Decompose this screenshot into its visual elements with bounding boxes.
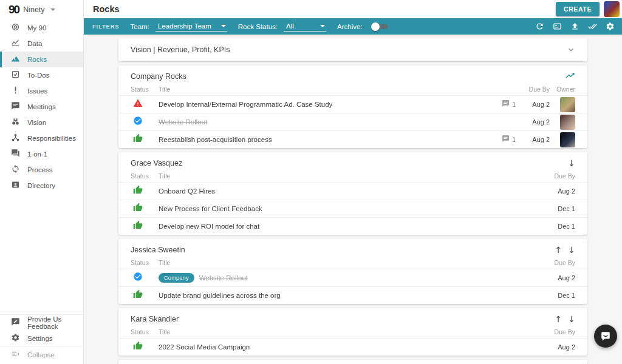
trending-up-icon[interactable]: [565, 70, 575, 83]
rock-row[interactable]: New Process for Client FeedbackDec 1: [118, 200, 587, 217]
brand[interactable]: 90 Ninety: [0, 0, 83, 18]
section-title: Grace Vasquez: [131, 159, 182, 167]
thumbs-up-icon[interactable]: [131, 220, 143, 232]
sidebar-item-label: Vision: [27, 119, 46, 126]
warning-triangle-icon[interactable]: [131, 98, 143, 110]
archive-toggle[interactable]: [371, 22, 389, 31]
refresh-button[interactable]: [533, 21, 545, 33]
column-title: Title: [159, 328, 541, 335]
check-circle-icon[interactable]: [131, 116, 143, 128]
comment-icon: [502, 134, 510, 145]
sidebar: 90 Ninety My 90DataRocksTo-DosIssuesMeet…: [0, 0, 84, 364]
column-status: Status: [131, 172, 159, 180]
sidebar-item-issues[interactable]: Issues: [0, 83, 83, 99]
vision-card-title: Vision | Revenue, Profit, KPIs: [131, 46, 230, 54]
rock-title-cell: Develop new ROI model for chat: [159, 223, 521, 230]
sidebar-item-meetings[interactable]: Meetings: [0, 99, 83, 115]
owner-avatar[interactable]: [560, 132, 575, 147]
sidebar-item-to-dos[interactable]: To-Dos: [0, 67, 83, 83]
mountain-icon: [11, 54, 20, 66]
status-cell: [131, 203, 159, 215]
column-owner: Owner: [550, 86, 575, 93]
rock-title: Website Rollout: [159, 118, 207, 126]
rock-row[interactable]: Reestablish post-acquisition process1Aug…: [118, 130, 587, 148]
comment-cell[interactable]: 1: [495, 99, 516, 110]
brand-name: Ninety: [23, 5, 44, 14]
rock-title: New Process for Client Feedback: [159, 205, 262, 212]
gear-button[interactable]: [604, 21, 616, 33]
section-controls: [565, 70, 575, 83]
rock-status-select[interactable]: All: [284, 22, 326, 32]
rock-row[interactable]: CompanyWebsite RolloutAug 2: [118, 269, 587, 286]
chevron-down-icon: [320, 25, 325, 27]
rock-title-cell: Onboard Q2 Hires: [159, 187, 521, 195]
sidebar-item-label: Responsibilities: [27, 135, 76, 142]
rock-row[interactable]: Onboard Q2 HiresAug 2: [118, 182, 587, 200]
sidebar-item-my-90[interactable]: My 90: [0, 20, 83, 36]
rock-row[interactable]: 2022 Social Media CampaignAug 2: [118, 338, 587, 356]
chevron-down-icon[interactable]: [567, 46, 575, 54]
double-check-button[interactable]: [586, 21, 598, 33]
thumbs-up-icon[interactable]: [131, 133, 143, 146]
thumbs-up-icon[interactable]: [131, 341, 143, 353]
status-cell: [131, 272, 159, 284]
sidebar-item-vision[interactable]: Vision: [0, 115, 83, 130]
owner-avatar[interactable]: [560, 115, 575, 130]
rock-title: Reestablish post-acquisition process: [159, 136, 272, 143]
sidebar-item-1-on-1[interactable]: 1-on-1: [0, 146, 83, 162]
section-header: Company Rocks: [118, 70, 587, 83]
column-header-row: StatusTitleDue ByOwner: [118, 83, 587, 95]
sidebar-item-label: My 90: [27, 24, 46, 32]
vision-card[interactable]: Vision | Revenue, Profit, KPIs: [118, 38, 587, 61]
column-due-by: Due By: [541, 172, 575, 180]
main-content: Vision | Revenue, Profit, KPIs Company R…: [84, 35, 622, 364]
sidebar-item-data[interactable]: Data: [0, 36, 83, 52]
team-select[interactable]: Leadership Team: [156, 22, 227, 32]
rock-title: Website Rollout: [199, 274, 248, 281]
presentation-button[interactable]: [551, 21, 563, 33]
rock-title: Develop new ROI model for chat: [159, 223, 259, 230]
thumbs-up-icon[interactable]: [131, 289, 143, 302]
section-title: Jessica Sweetin: [131, 246, 185, 254]
sidebar-item-rocks[interactable]: Rocks: [0, 52, 83, 67]
arrow-up-icon[interactable]: ↑: [555, 315, 562, 323]
upload-button[interactable]: [569, 21, 581, 33]
rock-row[interactable]: Develop new ROI model for chatDec 1: [118, 217, 587, 235]
arrow-up-icon[interactable]: ↑: [555, 246, 562, 254]
section-controls: ↓: [568, 159, 575, 167]
due-by-value: Dec 1: [541, 205, 575, 212]
org-chart-icon: [11, 133, 20, 144]
thumbs-up-icon[interactable]: [131, 185, 143, 197]
due-by-value: Dec 1: [541, 292, 575, 299]
arrow-down-icon[interactable]: ↓: [568, 315, 575, 323]
check-circle-icon[interactable]: [131, 272, 143, 284]
binoculars-icon: [11, 117, 20, 129]
rock-row[interactable]: Update brand guidelines across the orgDe…: [118, 286, 587, 304]
sidebar-item-responsibilities[interactable]: Responsibilities: [0, 130, 83, 146]
create-button[interactable]: CREATE: [556, 2, 600, 16]
comment-cell[interactable]: 1: [495, 134, 516, 145]
sidebar-item-label: Data: [27, 40, 42, 47]
sidebar-item-settings[interactable]: Settings: [0, 331, 83, 346]
sidebar-item-process[interactable]: Process: [0, 162, 83, 178]
section-jessica-sweetin: Jessica Sweetin↑↓StatusTitleDue ByCompan…: [118, 239, 587, 304]
user-avatar[interactable]: [604, 1, 620, 17]
feedback-icon: [11, 317, 20, 329]
contact-card-icon: [11, 180, 20, 192]
rock-row[interactable]: Website RolloutAug 2: [118, 113, 587, 130]
section-header: Kara Skandier↑↓: [118, 312, 587, 326]
arrow-down-icon[interactable]: ↓: [568, 159, 575, 167]
rock-row[interactable]: Develop Internal/External Programmatic A…: [118, 95, 587, 113]
owner-avatar[interactable]: [560, 97, 575, 112]
sidebar-item-collapse[interactable]: Collapse: [0, 347, 83, 363]
sidebar-item-label: Meetings: [27, 103, 56, 110]
page-title: Rocks: [93, 4, 120, 14]
sidebar-item-directory[interactable]: Directory: [0, 178, 83, 194]
thumbs-up-icon[interactable]: [131, 203, 143, 215]
chat-launcher-button[interactable]: [594, 325, 617, 348]
sidebar-item-provide-us-feedback[interactable]: Provide Us Feedback: [0, 315, 83, 331]
owner-cell: [550, 115, 575, 130]
sidebar-nav: My 90DataRocksTo-DosIssuesMeetingsVision…: [0, 20, 83, 194]
column-due-by: Due By: [516, 86, 550, 93]
arrow-down-icon[interactable]: ↓: [568, 246, 575, 254]
